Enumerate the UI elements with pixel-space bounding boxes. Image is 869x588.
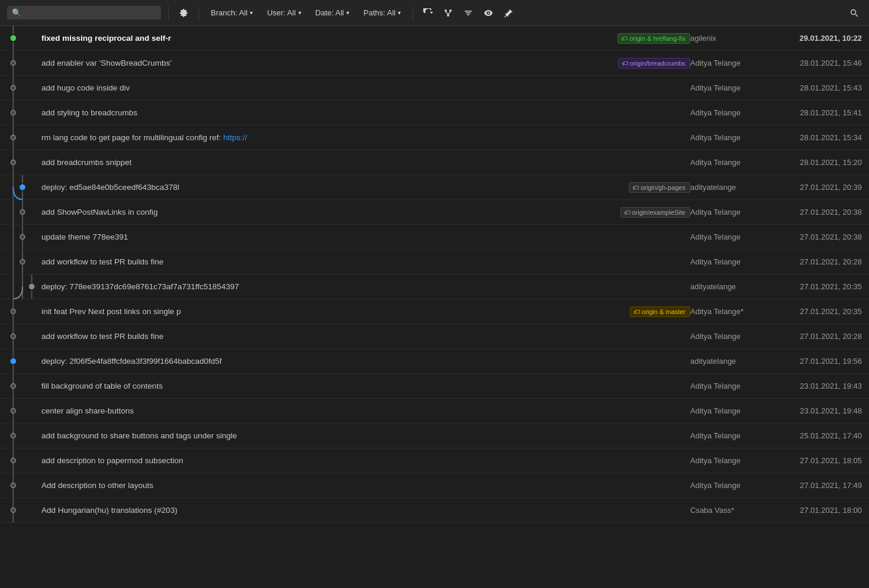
tag-label: origin/gh-pages [641, 184, 685, 191]
commit-link[interactable]: https:// [223, 133, 247, 142]
table-row[interactable]: center align share-buttonsAditya Telange… [0, 399, 869, 424]
commit-date: 27.01.2021, 20:28 [767, 332, 862, 341]
svg-point-41 [9, 358, 17, 365]
commit-date: 28.01.2021, 15:20 [767, 158, 862, 167]
commit-message: add background to share buttons and tags… [41, 431, 690, 440]
table-row[interactable]: add ShowPostNavLinks in config🏷origin/ex… [0, 200, 869, 225]
table-row[interactable]: add styling to breadcrumbsAditya Telange… [0, 101, 869, 125]
commit-date: 27.01.2021, 20:35 [767, 307, 862, 316]
user-filter-label: User: All [267, 8, 295, 17]
commit-message: add ShowPostNavLinks in config [41, 208, 616, 217]
commit-info: add background to share buttons and tags… [41, 431, 690, 440]
commit-author: Aditya Telange [690, 332, 767, 341]
toolbar: 🔍 Branch: All ▾ User: All ▾ Date: All ▾ … [0, 0, 869, 26]
graph-area [0, 200, 41, 224]
refresh-button[interactable] [420, 5, 436, 21]
commit-message: add styling to breadcrumbs [41, 108, 690, 117]
date-chevron-icon: ▾ [346, 9, 349, 16]
table-row[interactable]: add breadcrumbs snippetAditya Telange28.… [0, 150, 869, 175]
svg-point-28 [20, 235, 25, 240]
toolbar-divider-2 [198, 6, 199, 20]
commit-message: add breadcrumbs snippet [41, 158, 690, 167]
commit-info: rm lang code to get page for multilingua… [41, 133, 690, 142]
table-row[interactable]: init feat Prev Next post links on single… [0, 299, 869, 324]
graph-area [0, 349, 41, 373]
graph-area [0, 225, 41, 249]
commit-message: add hugo code inside div [41, 83, 690, 92]
branch-filter[interactable]: Branch: All ▾ [206, 6, 258, 20]
table-row[interactable]: add workflow to test PR builds fineAdity… [0, 250, 869, 274]
svg-point-45 [11, 409, 15, 413]
svg-point-13 [11, 86, 15, 91]
table-row[interactable]: rm lang code to get page for multilingua… [0, 125, 869, 150]
commit-author: Aditya Telange [690, 158, 767, 167]
tags-area: 🏷origin/breadcrumbs [618, 58, 690, 69]
commit-message: deploy: ed5ae84e0b5ceedf643bca378l [41, 183, 624, 192]
toolbar-divider-3 [413, 6, 413, 20]
table-row[interactable]: deploy: 778ee39137dc69e8761c73af7a731ffc… [0, 274, 869, 299]
commit-author: Aditya Telange [690, 208, 767, 217]
table-row[interactable]: add hugo code inside divAditya Telange28… [0, 76, 869, 101]
table-row[interactable]: add enabler var 'ShowBreadCrumbs'🏷origin… [0, 51, 869, 76]
graph-area [0, 424, 41, 448]
commit-tag: 🏷origin & hreflang-fix [617, 33, 690, 44]
search-input[interactable] [25, 8, 156, 17]
paths-filter[interactable]: Paths: All ▾ [359, 6, 405, 20]
commit-info: add styling to breadcrumbs [41, 108, 690, 117]
commit-author: Aditya Telange* [690, 307, 767, 316]
commit-info: add workflow to test PR builds fine [41, 257, 690, 266]
tag-label: origin/breadcrumbs [630, 60, 685, 67]
sort-button[interactable] [461, 5, 476, 21]
search-toggle-button[interactable] [847, 5, 862, 21]
table-row[interactable]: add workflow to test PR builds fineAdity… [0, 324, 869, 349]
svg-point-49 [11, 458, 15, 463]
svg-line-7 [855, 14, 858, 17]
date-filter[interactable]: Date: All ▾ [311, 6, 354, 20]
commit-author: adityatelange [690, 282, 767, 291]
svg-point-2 [447, 14, 449, 17]
svg-point-11 [11, 61, 15, 66]
tag-label: origin & master [642, 308, 685, 315]
table-row[interactable]: Add Hungarian(hu) translations (#203)Csa… [0, 498, 869, 523]
branch-filter-label: Branch: All [211, 8, 247, 17]
svg-point-9 [9, 35, 17, 42]
settings-button[interactable] [176, 5, 191, 21]
commit-date: 23.01.2021, 19:48 [767, 406, 862, 415]
svg-point-19 [11, 160, 15, 165]
tag-icon: 🏷 [624, 209, 630, 216]
commit-tag: 🏷origin & master [630, 306, 690, 317]
commit-author: Aditya Telange [690, 59, 767, 67]
commit-author: Aditya Telange [690, 232, 767, 241]
table-row[interactable]: fill background of table of contentsAdit… [0, 374, 869, 399]
graph-area [0, 51, 41, 75]
commit-date: 28.01.2021, 15:46 [767, 59, 862, 67]
table-row[interactable]: deploy: 2f06f5e4fa8ffcfdea3f3f99f1664bab… [0, 349, 869, 374]
table-row[interactable]: add background to share buttons and tags… [0, 424, 869, 448]
commit-author: agilenix [690, 34, 767, 43]
commit-info: deploy: 778ee39137dc69e8761c73af7a731ffc… [41, 282, 690, 291]
commit-info: update theme 778ee391 [41, 232, 690, 241]
commit-message: rm lang code to get page for multilingua… [41, 133, 690, 142]
table-row[interactable]: update theme 778ee391Aditya Telange27.01… [0, 225, 869, 250]
table-row[interactable]: fixed missing reciprocal and self-r🏷orig… [0, 26, 869, 51]
commit-info: Add Hungarian(hu) translations (#203) [41, 506, 690, 515]
svg-point-35 [28, 283, 36, 290]
table-row[interactable]: deploy: ed5ae84e0b5ceedf643bca378l🏷origi… [0, 175, 869, 200]
table-row[interactable]: add description to papermod subsectionAd… [0, 448, 869, 473]
user-filter[interactable]: User: All ▾ [262, 6, 305, 20]
commit-date: 29.01.2021, 10:22 [767, 34, 862, 43]
commit-message: add enabler var 'ShowBreadCrumbs' [41, 59, 613, 67]
commit-message: init feat Prev Next post links on single… [41, 307, 625, 316]
graph-button[interactable] [440, 5, 456, 21]
commit-message: add description to papermod subsection [41, 456, 690, 465]
commit-author: Aditya Telange [690, 257, 767, 266]
eye-button[interactable] [481, 5, 496, 21]
svg-point-51 [11, 483, 15, 488]
pin-button[interactable] [501, 5, 516, 21]
svg-point-17 [11, 135, 15, 140]
search-box[interactable]: 🔍 [7, 6, 161, 20]
commit-info: fixed missing reciprocal and self-r🏷orig… [41, 33, 690, 44]
commit-date: 28.01.2021, 15:43 [767, 83, 862, 92]
table-row[interactable]: Add description to other layoutsAditya T… [0, 473, 869, 498]
commit-date: 27.01.2021, 20:35 [767, 282, 862, 291]
